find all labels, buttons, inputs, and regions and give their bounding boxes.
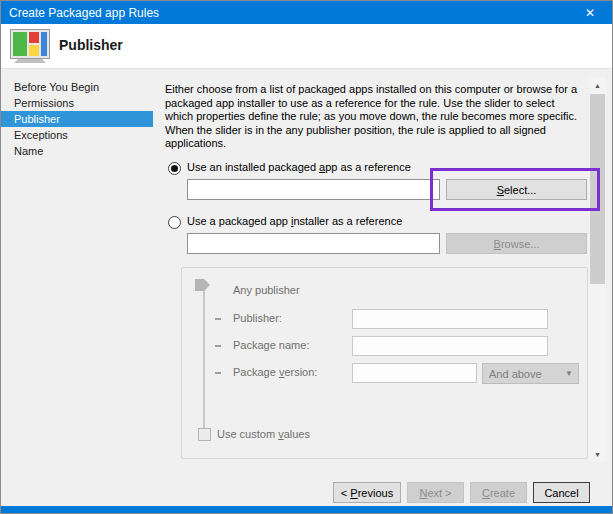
create-button: Create (470, 482, 527, 503)
label-part: Use an installed packaged (187, 161, 319, 173)
browse-button: Browse... (446, 233, 587, 254)
create-packaged-app-rules-dialog: Create Packaged app Rules ✕ Publisher Be… (0, 0, 613, 514)
version-match-value: And above (489, 368, 542, 380)
sidebar-item-publisher[interactable]: Publisher (1, 111, 153, 127)
cancel-button[interactable]: Cancel (533, 482, 590, 503)
select-button[interactable]: Select... (446, 179, 587, 200)
package-version-label: Package version: (233, 366, 317, 378)
installed-app-radio[interactable] (168, 162, 181, 175)
wizard-steps-sidebar: Before You Begin Permissions Publisher E… (1, 69, 153, 479)
label-part: P (350, 487, 357, 499)
use-custom-values-label: Use custom values (217, 428, 310, 440)
scrollbar-thumb[interactable] (590, 94, 605, 284)
bottom-accent-strip (1, 506, 612, 513)
titlebar[interactable]: Create Packaged app Rules ✕ (1, 1, 612, 24)
close-button[interactable]: ✕ (568, 1, 612, 24)
cancel-button-label: Cancel (544, 487, 578, 499)
label-part: Use custom (217, 428, 278, 440)
previous-button[interactable]: < Previous (333, 482, 401, 503)
sidebar-item-permissions[interactable]: Permissions (1, 95, 153, 111)
package-name-input (352, 336, 548, 356)
sidebar-item-exceptions[interactable]: Exceptions (1, 127, 153, 143)
page-title: Publisher (59, 37, 123, 53)
package-version-input (352, 363, 477, 383)
scroll-down-button[interactable]: ▼ (589, 446, 606, 463)
label-part: Use a packaged app (187, 215, 291, 227)
previous-button-label: < Previous (341, 487, 393, 499)
next-button-label: Next > (419, 487, 451, 499)
label-part: S (497, 184, 504, 196)
vertical-scrollbar[interactable]: ▲ ▼ (589, 77, 606, 463)
label-part: alues (284, 428, 310, 440)
label-part: reate (490, 487, 515, 499)
scroll-down-icon: ▼ (594, 451, 601, 458)
installed-app-radio-label[interactable]: Use an installed packaged app as a refer… (187, 161, 411, 173)
sidebar-item-before-you-begin[interactable]: Before You Begin (1, 79, 153, 95)
version-match-dropdown: And above ▼ (482, 363, 579, 384)
scroll-up-icon: ▲ (594, 82, 601, 89)
instruction-text: Either choose from a list of packaged ap… (165, 83, 585, 151)
browse-button-label: Browse... (494, 238, 540, 250)
window-title: Create Packaged app Rules (1, 6, 159, 20)
close-icon: ✕ (585, 6, 595, 20)
publisher-details-group: Any publisher Publisher: Package name: P… (181, 267, 588, 459)
label-part: Package (233, 366, 279, 378)
packaged-app-rules-icon (10, 29, 50, 64)
specificity-slider-thumb (195, 279, 210, 291)
label-part: ext > (427, 487, 451, 499)
select-button-label: Select... (497, 184, 537, 196)
label-part: pp as a reference (325, 161, 411, 173)
label-part: nstaller as a reference (293, 215, 402, 227)
label-part: revious (358, 487, 393, 499)
label-part: elect... (504, 184, 536, 196)
any-publisher-label: Any publisher (233, 284, 300, 296)
specificity-slider-track (203, 284, 205, 434)
installer-path-input[interactable] (187, 233, 440, 254)
dropdown-arrow-icon: ▼ (565, 369, 573, 378)
package-name-label: Package name: (233, 339, 309, 351)
installer-radio[interactable] (168, 216, 181, 229)
wizard-header: Publisher (1, 24, 612, 69)
label-part: B (494, 238, 501, 250)
sidebar-item-name[interactable]: Name (1, 143, 153, 159)
slider-tick (215, 345, 221, 347)
installer-radio-label[interactable]: Use a packaged app installer as a refere… (187, 215, 402, 227)
use-custom-values-checkbox (198, 428, 211, 441)
publisher-label: Publisher: (233, 312, 282, 324)
slider-tick (215, 318, 221, 320)
publisher-input (352, 309, 548, 329)
label-part: rowse... (501, 238, 540, 250)
radio-selected-dot (171, 165, 178, 172)
label-part: C (482, 487, 490, 499)
slider-tick (215, 372, 221, 374)
label-part: ersion: (284, 366, 317, 378)
scroll-up-button[interactable]: ▲ (589, 77, 606, 94)
next-button: Next > (407, 482, 464, 503)
installed-app-reference-input[interactable] (187, 179, 440, 200)
create-button-label: Create (482, 487, 515, 499)
label-part: < (341, 487, 350, 499)
